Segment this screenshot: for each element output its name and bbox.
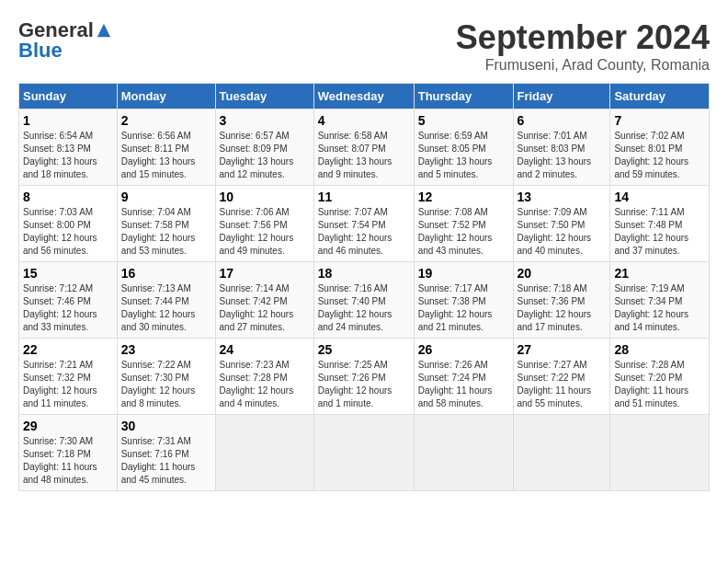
day-number: 10 xyxy=(220,190,310,204)
calendar-cell: 7Sunrise: 7:02 AMSunset: 8:01 PMDaylight… xyxy=(610,109,710,186)
day-info: Sunrise: 6:58 AMSunset: 8:07 PMDaylight:… xyxy=(318,130,410,181)
day-info: Sunrise: 7:13 AMSunset: 7:44 PMDaylight:… xyxy=(121,282,211,334)
day-number: 12 xyxy=(418,190,509,204)
calendar-cell: 3Sunrise: 6:57 AMSunset: 8:09 PMDaylight… xyxy=(215,109,313,186)
calendar-week-row: 1Sunrise: 6:54 AMSunset: 8:13 PMDaylight… xyxy=(19,109,710,186)
calendar-cell: 22Sunrise: 7:21 AMSunset: 7:32 PMDayligh… xyxy=(19,339,118,415)
day-info: Sunrise: 7:17 AMSunset: 7:38 PMDaylight:… xyxy=(418,282,509,334)
calendar-cell: 30Sunrise: 7:31 AMSunset: 7:16 PMDayligh… xyxy=(117,415,215,491)
calendar-cell: 10Sunrise: 7:06 AMSunset: 7:56 PMDayligh… xyxy=(215,186,313,262)
day-number: 22 xyxy=(23,342,113,357)
header-sunday: Sunday xyxy=(19,84,118,109)
day-number: 19 xyxy=(418,266,509,281)
header-saturday: Saturday xyxy=(610,84,710,109)
calendar-cell: 23Sunrise: 7:22 AMSunset: 7:30 PMDayligh… xyxy=(117,339,215,415)
day-number: 17 xyxy=(220,266,310,281)
calendar-cell: 28Sunrise: 7:28 AMSunset: 7:20 PMDayligh… xyxy=(610,339,710,415)
logo: General Blue xyxy=(18,18,112,63)
day-info: Sunrise: 7:11 AMSunset: 7:48 PMDaylight:… xyxy=(614,206,705,258)
calendar-cell: 20Sunrise: 7:18 AMSunset: 7:36 PMDayligh… xyxy=(513,262,610,339)
day-info: Sunrise: 7:16 AMSunset: 7:40 PMDaylight:… xyxy=(318,282,410,334)
calendar-cell: 24Sunrise: 7:23 AMSunset: 7:28 PMDayligh… xyxy=(215,339,313,415)
day-info: Sunrise: 7:28 AMSunset: 7:20 PMDaylight:… xyxy=(614,359,705,410)
logo-blue: Blue xyxy=(18,39,63,63)
calendar-week-row: 8Sunrise: 7:03 AMSunset: 8:00 PMDaylight… xyxy=(19,186,710,262)
day-info: Sunrise: 7:27 AMSunset: 7:22 PMDaylight:… xyxy=(518,359,607,410)
calendar-cell: 6Sunrise: 7:01 AMSunset: 8:03 PMDaylight… xyxy=(513,109,610,186)
calendar-week-row: 15Sunrise: 7:12 AMSunset: 7:46 PMDayligh… xyxy=(19,262,710,339)
day-number: 8 xyxy=(23,190,113,204)
header-friday: Friday xyxy=(513,84,610,109)
day-number: 24 xyxy=(220,342,310,357)
calendar-cell: 14Sunrise: 7:11 AMSunset: 7:48 PMDayligh… xyxy=(610,186,710,262)
calendar-week-row: 29Sunrise: 7:30 AMSunset: 7:18 PMDayligh… xyxy=(19,415,710,491)
calendar-cell: 2Sunrise: 6:56 AMSunset: 8:11 PMDaylight… xyxy=(117,109,215,186)
day-number: 29 xyxy=(23,419,113,433)
calendar-cell xyxy=(414,415,513,491)
day-number: 5 xyxy=(418,113,509,128)
day-info: Sunrise: 7:04 AMSunset: 7:58 PMDaylight:… xyxy=(121,206,211,258)
calendar-cell: 25Sunrise: 7:25 AMSunset: 7:26 PMDayligh… xyxy=(313,339,414,415)
day-info: Sunrise: 7:25 AMSunset: 7:26 PMDaylight:… xyxy=(318,359,410,410)
calendar-header-row: SundayMondayTuesdayWednesdayThursdayFrid… xyxy=(19,84,710,109)
calendar-table: SundayMondayTuesdayWednesdayThursdayFrid… xyxy=(18,83,710,491)
calendar-week-row: 22Sunrise: 7:21 AMSunset: 7:32 PMDayligh… xyxy=(19,339,710,415)
day-number: 15 xyxy=(23,266,113,281)
calendar-cell: 11Sunrise: 7:07 AMSunset: 7:54 PMDayligh… xyxy=(313,186,414,262)
page-header: General Blue September 2024 Frumuseni, A… xyxy=(18,18,710,74)
header-tuesday: Tuesday xyxy=(215,84,313,109)
day-number: 7 xyxy=(614,113,705,128)
day-number: 1 xyxy=(23,113,113,128)
day-number: 21 xyxy=(614,266,705,281)
calendar-cell: 16Sunrise: 7:13 AMSunset: 7:44 PMDayligh… xyxy=(117,262,215,339)
day-info: Sunrise: 7:07 AMSunset: 7:54 PMDaylight:… xyxy=(318,206,410,258)
svg-marker-0 xyxy=(97,24,110,37)
day-info: Sunrise: 7:03 AMSunset: 8:00 PMDaylight:… xyxy=(23,206,113,258)
day-info: Sunrise: 6:56 AMSunset: 8:11 PMDaylight:… xyxy=(121,130,211,181)
calendar-cell: 29Sunrise: 7:30 AMSunset: 7:18 PMDayligh… xyxy=(19,415,118,491)
day-info: Sunrise: 7:06 AMSunset: 7:56 PMDaylight:… xyxy=(220,206,310,258)
calendar-cell xyxy=(313,415,414,491)
logo-icon xyxy=(96,22,112,39)
day-number: 6 xyxy=(518,113,607,128)
day-info: Sunrise: 6:54 AMSunset: 8:13 PMDaylight:… xyxy=(23,130,113,181)
day-info: Sunrise: 7:19 AMSunset: 7:34 PMDaylight:… xyxy=(614,282,705,334)
calendar-cell: 9Sunrise: 7:04 AMSunset: 7:58 PMDaylight… xyxy=(117,186,215,262)
day-info: Sunrise: 7:31 AMSunset: 7:16 PMDaylight:… xyxy=(121,435,211,487)
day-number: 16 xyxy=(121,266,211,281)
day-info: Sunrise: 7:18 AMSunset: 7:36 PMDaylight:… xyxy=(518,282,607,334)
header-wednesday: Wednesday xyxy=(313,84,414,109)
day-number: 18 xyxy=(318,266,410,281)
day-info: Sunrise: 7:21 AMSunset: 7:32 PMDaylight:… xyxy=(23,359,113,410)
calendar-cell: 27Sunrise: 7:27 AMSunset: 7:22 PMDayligh… xyxy=(513,339,610,415)
day-number: 4 xyxy=(318,113,410,128)
title-area: September 2024 Frumuseni, Arad County, R… xyxy=(456,18,710,74)
day-number: 13 xyxy=(518,190,607,204)
calendar-cell: 18Sunrise: 7:16 AMSunset: 7:40 PMDayligh… xyxy=(313,262,414,339)
day-number: 9 xyxy=(121,190,211,204)
day-number: 2 xyxy=(121,113,211,128)
day-number: 20 xyxy=(518,266,607,281)
calendar-cell xyxy=(513,415,610,491)
day-info: Sunrise: 7:12 AMSunset: 7:46 PMDaylight:… xyxy=(23,282,113,334)
calendar-cell: 12Sunrise: 7:08 AMSunset: 7:52 PMDayligh… xyxy=(414,186,513,262)
calendar-cell: 15Sunrise: 7:12 AMSunset: 7:46 PMDayligh… xyxy=(19,262,118,339)
day-number: 25 xyxy=(318,342,410,357)
day-info: Sunrise: 6:59 AMSunset: 8:05 PMDaylight:… xyxy=(418,130,509,181)
day-number: 23 xyxy=(121,342,211,357)
month-title: September 2024 xyxy=(456,18,710,57)
day-number: 14 xyxy=(614,190,705,204)
day-info: Sunrise: 7:01 AMSunset: 8:03 PMDaylight:… xyxy=(518,130,607,181)
calendar-cell: 8Sunrise: 7:03 AMSunset: 8:00 PMDaylight… xyxy=(19,186,118,262)
calendar-cell: 17Sunrise: 7:14 AMSunset: 7:42 PMDayligh… xyxy=(215,262,313,339)
day-info: Sunrise: 7:26 AMSunset: 7:24 PMDaylight:… xyxy=(418,359,509,410)
day-number: 3 xyxy=(220,113,310,128)
day-number: 27 xyxy=(518,342,607,357)
day-info: Sunrise: 7:30 AMSunset: 7:18 PMDaylight:… xyxy=(23,435,113,487)
day-number: 11 xyxy=(318,190,410,204)
calendar-cell: 1Sunrise: 6:54 AMSunset: 8:13 PMDaylight… xyxy=(19,109,118,186)
header-thursday: Thursday xyxy=(414,84,513,109)
day-info: Sunrise: 7:23 AMSunset: 7:28 PMDaylight:… xyxy=(220,359,310,410)
calendar-cell xyxy=(610,415,710,491)
calendar-cell: 13Sunrise: 7:09 AMSunset: 7:50 PMDayligh… xyxy=(513,186,610,262)
